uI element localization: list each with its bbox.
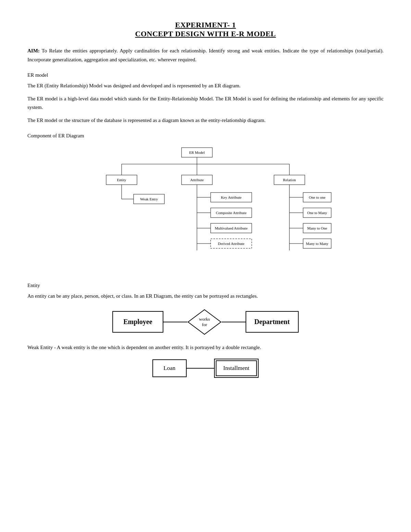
weak-entity-diagram: Loan Installment: [120, 359, 291, 378]
svg-text:One to one: One to one: [309, 195, 325, 199]
svg-text:works: works: [199, 317, 210, 322]
title-line1: EXPERIMENT- 1: [27, 21, 384, 29]
svg-text:Entity: Entity: [117, 178, 126, 182]
installment-label: Installment: [223, 365, 249, 371]
svg-text:Multivalued Attribute: Multivalued Attribute: [215, 226, 248, 230]
svg-text:One to Many: One to Many: [307, 211, 327, 215]
svg-text:Relation: Relation: [283, 178, 296, 182]
title-line2: CONCEPT DESIGN WITH E-R MODEL: [27, 29, 384, 38]
svg-text:Composite Attribute: Composite Attribute: [216, 211, 247, 215]
loan-label: Loan: [163, 365, 175, 371]
svg-text:Key Attribute: Key Attribute: [221, 195, 241, 199]
er-model-heading: ER model: [27, 72, 384, 78]
svg-text:Many to Many: Many to Many: [306, 242, 328, 246]
weak-line: [187, 368, 214, 369]
svg-text:for: for: [202, 322, 207, 327]
entity-heading: Entity: [27, 283, 384, 288]
department-label: Department: [254, 318, 290, 325]
svg-text:Attribute: Attribute: [190, 178, 204, 182]
er-diagram: ER Model Entity Weak Entry Attribute Key: [77, 144, 334, 274]
svg-text:Derived Attribute: Derived Attribute: [218, 242, 244, 246]
er-model-p2: The ER model is a high-level data model …: [27, 95, 384, 112]
installment-inner: Installment: [216, 360, 257, 376]
weak-entity-paragraph: Weak Entity - A weak entity is the one w…: [27, 343, 384, 352]
entity-paragraph: An entity can be any place, person, obje…: [27, 292, 384, 301]
er-model-p1: The ER (Entity Relationship) Model was d…: [27, 82, 384, 90]
line-left: [163, 322, 187, 322]
aim-text: To Relate the entities appropriately. Ap…: [27, 48, 384, 62]
employee-box: Employee: [112, 311, 163, 333]
er-model-root-label: ER Model: [189, 150, 205, 154]
works-for-diamond: works for: [187, 309, 222, 335]
svg-text:Weak Entry: Weak Entry: [140, 197, 158, 201]
title-section: EXPERIMENT- 1 CONCEPT DESIGN WITH E-R MO…: [27, 21, 384, 38]
entity-section: Entity An entity can be any place, perso…: [27, 283, 384, 378]
loan-box: Loan: [152, 359, 187, 377]
svg-text:Many to One: Many to One: [307, 226, 327, 230]
aim-section: AIM: To Relate the entities appropriatel…: [27, 47, 384, 64]
entity-diagram: Employee works for Department: [94, 309, 317, 335]
installment-outer: Installment: [214, 359, 259, 378]
er-model-p3: The ER model or the structure of the dat…: [27, 116, 384, 125]
department-box: Department: [246, 311, 299, 333]
line-right: [222, 322, 246, 322]
component-heading: Component of ER Diagram: [27, 133, 384, 139]
aim-label: AIM:: [27, 48, 40, 53]
employee-label: Employee: [123, 318, 152, 325]
